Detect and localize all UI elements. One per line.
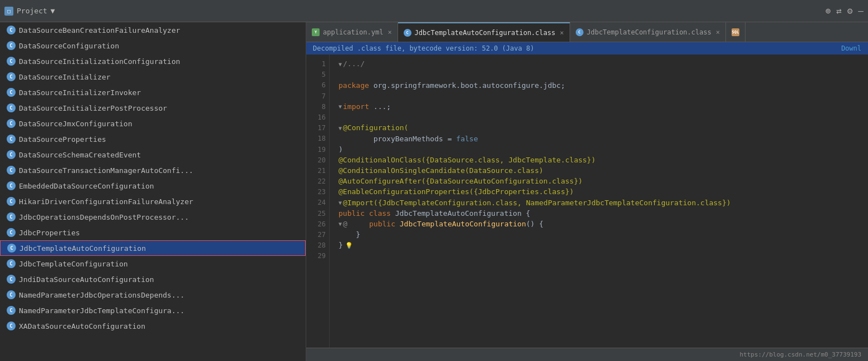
class-icon-8: C — [7, 150, 16, 159]
tab-class1[interactable]: CJdbcTemplateAutoConfiguration.class× — [398, 22, 570, 42]
line-num-5: 5 — [310, 70, 326, 80]
sidebar-item-6[interactable]: CDataSourceJmxConfiguration — [0, 116, 306, 131]
code-line-20: @ConditionalOnClass({DataSource.class, J… — [339, 155, 859, 166]
code-annot: @ConditionalOnClass({DataSource.class, J… — [339, 155, 596, 166]
line-num-22: 22 — [310, 176, 326, 187]
sidebar-item-16[interactable]: CJndiDataSourceAutoConfiguration — [0, 271, 306, 287]
code-text: } — [339, 240, 343, 251]
code-text: } — [339, 229, 360, 241]
sidebar-item-19[interactable]: CXADataSourceAutoConfiguration — [0, 318, 306, 334]
fold-icon[interactable]: ▼ — [339, 102, 342, 111]
class-icon-4: C — [7, 88, 16, 97]
tab-close-class1[interactable]: × — [560, 29, 563, 37]
line-num-8: 8 — [310, 102, 326, 112]
sidebar-item-label-18: NamedParameterJdbcTemplateConfigura... — [19, 306, 184, 315]
class-icon-18: C — [7, 306, 16, 315]
sidebar-item-2[interactable]: CDataSourceInitializationConfiguration — [0, 53, 306, 69]
line-num-24: 24 — [310, 197, 326, 208]
tab-label-class2: JdbcTemplateConfiguration.class — [587, 28, 712, 36]
main-content: CDataSourceBeanCreationFailureAnalyzerCD… — [0, 22, 868, 361]
fold-icon[interactable]: ▼ — [339, 60, 342, 69]
banner-text: Decompiled .class file, bytecode version… — [313, 44, 534, 52]
class-icon-16: C — [7, 275, 16, 284]
sidebar-item-14[interactable]: CJdbcTemplateAutoConfiguration — [0, 240, 306, 256]
sidebar-item-7[interactable]: CDataSourceProperties — [0, 131, 306, 147]
code-line-28: }💡 — [339, 240, 859, 251]
tab-label-class1: JdbcTemplateAutoConfiguration.class — [415, 29, 556, 37]
code-line-27: } — [339, 230, 859, 240]
class-icon-14: C — [7, 244, 16, 253]
line-num-7: 7 — [310, 91, 326, 102]
sidebar-item-1[interactable]: CDataSourceConfiguration — [0, 38, 306, 53]
project-icon: □ — [4, 7, 13, 16]
tab-close-yaml[interactable]: × — [388, 28, 391, 36]
code-kw: false — [456, 133, 478, 145]
sidebar-item-label-6: DataSourceJmxConfiguration — [19, 120, 133, 128]
sidebar-item-15[interactable]: CJdbcTemplateConfiguration — [0, 256, 306, 271]
gutter-marker: @ — [343, 219, 352, 230]
sidebar-item-8[interactable]: CDataSourceSchemaCreatedEvent — [0, 147, 306, 162]
tab-class2[interactable]: CJdbcTemplateConfiguration.class× — [570, 22, 726, 42]
code-line-22: @AutoConfigureAfter({DataSourceAutoConfi… — [339, 176, 859, 187]
sidebar-item-9[interactable]: CDataSourceTransactionManagerAutoConfi..… — [0, 162, 306, 178]
code-annot: @Configuration( — [343, 122, 408, 134]
sidebar-item-12[interactable]: CJdbcOperationsDependsOnPostProcessor... — [0, 209, 306, 225]
tab-close-class2[interactable]: × — [716, 28, 720, 36]
sidebar-item-17[interactable]: CNamedParameterJdbcOperationsDepends... — [0, 287, 306, 303]
settings-icon[interactable]: ⚙ — [847, 6, 853, 16]
code-param: proxyBeanMethods — [374, 133, 443, 145]
line-num-25: 25 — [310, 209, 326, 219]
sidebar-item-0[interactable]: CDataSourceBeanCreationFailureAnalyzer — [0, 22, 306, 38]
dropdown-arrow[interactable]: ▼ — [51, 7, 55, 15]
project-label: Project — [17, 7, 47, 15]
code-line-23: @EnableConfigurationProperties({JdbcProp… — [339, 187, 859, 197]
code-text: ) — [339, 144, 343, 156]
sidebar-item-label-16: JndiDataSourceAutoConfiguration — [19, 275, 154, 284]
download-link[interactable]: Downl — [841, 44, 861, 52]
sidebar-item-4[interactable]: CDataSourceInitializerInvoker — [0, 85, 306, 100]
class-icon-1: C — [7, 41, 16, 50]
code-text: ...; — [374, 101, 391, 113]
tab-yaml[interactable]: Yapplication.yml× — [306, 22, 398, 42]
status-url: https://blog.csdn.net/m0_37739193 — [739, 351, 861, 358]
fold-icon[interactable]: ▼ — [339, 124, 342, 133]
sidebar-item-13[interactable]: CJdbcProperties — [0, 225, 306, 240]
sidebar-item-label-17: NamedParameterJdbcOperationsDepends... — [19, 291, 184, 299]
line-num-21: 21 — [310, 166, 326, 176]
code-container[interactable]: 156781617181920212223242526272829 ▼/.../… — [306, 55, 868, 348]
globe-icon[interactable]: ⊕ — [825, 6, 831, 16]
code-line-18: proxyBeanMethods = false — [339, 133, 859, 144]
code-line-21: @ConditionalOnSingleCandidate(DataSource… — [339, 166, 859, 176]
line-num-1: 1 — [310, 59, 326, 70]
tab-sql-3[interactable]: SQL — [726, 22, 746, 42]
code-annot: @EnableConfigurationProperties({JdbcProp… — [339, 186, 574, 198]
sidebar-item-3[interactable]: CDataSourceInitializer — [0, 69, 306, 85]
sidebar-item-label-10: EmbeddedDataSourceConfiguration — [19, 182, 154, 190]
code-text: /.../ — [343, 58, 365, 70]
class-icon-7: C — [7, 135, 16, 144]
editor-area: Yapplication.yml×CJdbcTemplateAutoConfig… — [306, 22, 868, 361]
sidebar-item-18[interactable]: CNamedParameterJdbcTemplateConfigura... — [0, 303, 306, 318]
sidebar-item-11[interactable]: CHikariDriverConfigurationFailureAnalyze… — [0, 194, 306, 209]
code-line-17: ▼@Configuration( — [339, 123, 859, 133]
sidebar-item-label-0: DataSourceBeanCreationFailureAnalyzer — [19, 26, 180, 34]
status-bar: https://blog.csdn.net/m0_37739193 — [306, 348, 868, 361]
file-tree-sidebar: CDataSourceBeanCreationFailureAnalyzerCD… — [0, 22, 306, 361]
code-kw: public — [339, 208, 369, 220]
sync-icon[interactable]: ⇄ — [836, 6, 842, 16]
sidebar-item-10[interactable]: CEmbeddedDataSourceConfiguration — [0, 178, 306, 194]
minimize-icon[interactable]: — — [858, 6, 864, 16]
sidebar-item-label-1: DataSourceConfiguration — [19, 42, 119, 50]
code-line-26: ▼@ public JdbcTemplateAutoConfiguration(… — [339, 219, 859, 230]
class-icon-11: C — [7, 197, 16, 206]
code-line-25: public class JdbcTemplateAutoConfigurati… — [339, 209, 859, 219]
fold-icon[interactable]: ▼ — [339, 220, 342, 229]
fold-icon[interactable]: ▼ — [339, 199, 342, 207]
class-icon-12: C — [7, 212, 16, 221]
line-num-23: 23 — [310, 187, 326, 197]
line-num-29: 29 — [310, 251, 326, 261]
sidebar-item-5[interactable]: CDataSourceInitializerPostProcessor — [0, 100, 306, 116]
project-section: □ Project ▼ — [4, 7, 55, 16]
code-text — [352, 219, 369, 230]
code-editor: ▼/.../package org.springframework.boot.a… — [330, 55, 868, 348]
